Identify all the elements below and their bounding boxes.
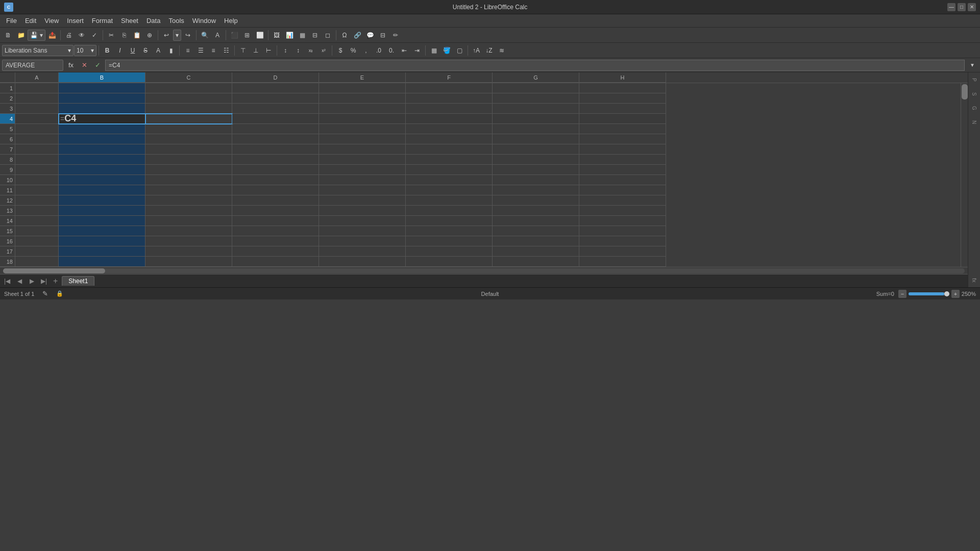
row-num-2[interactable]: 2 — [0, 93, 15, 104]
cell-b17[interactable] — [59, 246, 145, 257]
menu-item-window[interactable]: Window — [188, 16, 220, 26]
header-footer-button[interactable]: ⊟ — [377, 29, 389, 41]
insert-table-button[interactable]: ▦ — [296, 29, 308, 41]
cell-c9[interactable] — [145, 165, 232, 175]
justify-button[interactable]: ☷ — [220, 44, 232, 57]
cell-h3[interactable] — [579, 104, 666, 114]
cell-f7[interactable] — [406, 144, 493, 155]
cell-g16[interactable] — [493, 236, 579, 246]
cell-f12[interactable] — [406, 195, 493, 206]
cell-g1[interactable] — [493, 83, 579, 93]
cell-e9[interactable] — [319, 165, 406, 175]
row-num-15[interactable]: 15 — [0, 226, 15, 236]
thousands-button[interactable]: , — [360, 44, 372, 57]
formula-cancel-button[interactable]: ✕ — [79, 60, 90, 71]
background-button[interactable]: 🪣 — [440, 44, 453, 57]
cell-c2[interactable] — [145, 93, 232, 104]
cell-f15[interactable] — [406, 226, 493, 236]
descending-button[interactable]: ↓Z — [483, 44, 495, 57]
cell-e10[interactable] — [319, 175, 406, 185]
cell-e2[interactable] — [319, 93, 406, 104]
insert-chart-button[interactable]: 📊 — [283, 29, 296, 41]
cell-e16[interactable] — [319, 236, 406, 246]
cell-c5[interactable] — [145, 124, 232, 134]
cell-e1[interactable] — [319, 83, 406, 93]
cell-b3[interactable] — [59, 104, 145, 114]
maximize-button[interactable]: □ — [958, 3, 966, 11]
row-num-18[interactable]: 18 — [0, 257, 15, 267]
fontwork-button[interactable]: ✏ — [389, 29, 402, 41]
underline-button[interactable]: U — [127, 44, 139, 57]
cell-g5[interactable] — [493, 124, 579, 134]
cell-c1[interactable] — [145, 83, 232, 93]
cell-a10[interactable] — [15, 175, 59, 185]
cell-f5[interactable] — [406, 124, 493, 134]
cell-a8[interactable] — [15, 155, 59, 165]
merge-bottom-button[interactable]: ⊢ — [262, 44, 275, 57]
formula-expand-button[interactable]: ▼ — [967, 60, 978, 71]
cell-d7[interactable] — [232, 144, 319, 155]
cell-e18[interactable] — [319, 257, 406, 267]
cell-b4[interactable]: =C4 — [59, 114, 145, 124]
cell-g11[interactable] — [493, 185, 579, 195]
cell-g7[interactable] — [493, 144, 579, 155]
basic-shapes-button[interactable]: ◻ — [322, 29, 334, 41]
cell-b12[interactable] — [59, 195, 145, 206]
save-dropdown[interactable]: 💾▾ — [28, 30, 45, 41]
row-num-10[interactable]: 10 — [0, 175, 15, 185]
cell-f1[interactable] — [406, 83, 493, 93]
cell-g9[interactable] — [493, 165, 579, 175]
cell-e6[interactable] — [319, 134, 406, 144]
cell-f10[interactable] — [406, 175, 493, 185]
cell-b6[interactable] — [59, 134, 145, 144]
cell-c14[interactable] — [145, 216, 232, 226]
superscript-button[interactable]: x² — [317, 44, 330, 57]
cell-d1[interactable] — [232, 83, 319, 93]
cell-g10[interactable] — [493, 175, 579, 185]
row-num-14[interactable]: 14 — [0, 216, 15, 226]
row-num-11[interactable]: 11 — [0, 185, 15, 195]
cell-b14[interactable] — [59, 216, 145, 226]
cell-d5[interactable] — [232, 124, 319, 134]
cell-h2[interactable] — [579, 93, 666, 104]
cell-h8[interactable] — [579, 155, 666, 165]
cell-a6[interactable] — [15, 134, 59, 144]
cell-c8[interactable] — [145, 155, 232, 165]
spellcheck-button[interactable]: ✓ — [88, 29, 101, 41]
cell-f13[interactable] — [406, 206, 493, 216]
bold-button[interactable]: B — [101, 44, 113, 57]
col-header-h[interactable]: H — [579, 72, 666, 83]
cell-f9[interactable] — [406, 165, 493, 175]
cell-d13[interactable] — [232, 206, 319, 216]
formula-input[interactable] — [105, 60, 965, 71]
insert-hyperlink-button[interactable]: 🔗 — [351, 29, 363, 41]
zoom-thumb[interactable] — [944, 291, 949, 296]
row-num-4[interactable]: 4 — [0, 114, 15, 124]
menu-item-insert[interactable]: Insert — [63, 16, 88, 26]
properties-panel-btn[interactable]: P — [969, 74, 979, 85]
cell-h11[interactable] — [579, 185, 666, 195]
cell-f16[interactable] — [406, 236, 493, 246]
clone-button[interactable]: ⊕ — [143, 29, 156, 41]
row-num-12[interactable]: 12 — [0, 195, 15, 206]
close-button[interactable]: ✕ — [968, 3, 976, 11]
cell-c11[interactable] — [145, 185, 232, 195]
cell-b9[interactable] — [59, 165, 145, 175]
cell-d12[interactable] — [232, 195, 319, 206]
undo-button[interactable]: ↩ — [160, 29, 173, 41]
cell-b13[interactable] — [59, 206, 145, 216]
cell-g18[interactable] — [493, 257, 579, 267]
cell-g14[interactable] — [493, 216, 579, 226]
cell-b5[interactable] — [59, 124, 145, 134]
subscript-button[interactable]: x₂ — [305, 44, 317, 57]
ascending-button[interactable]: ↑A — [470, 44, 482, 57]
export-button[interactable]: 📤 — [46, 29, 58, 41]
align-right-button[interactable]: ≡ — [207, 44, 219, 57]
cell-h16[interactable] — [579, 236, 666, 246]
cell-b10[interactable] — [59, 175, 145, 185]
redo-button[interactable]: ↪ — [182, 29, 194, 41]
print-preview-button[interactable]: 👁 — [76, 29, 88, 41]
cell-d16[interactable] — [232, 236, 319, 246]
cell-b1[interactable] — [59, 83, 145, 93]
cell-a2[interactable] — [15, 93, 59, 104]
